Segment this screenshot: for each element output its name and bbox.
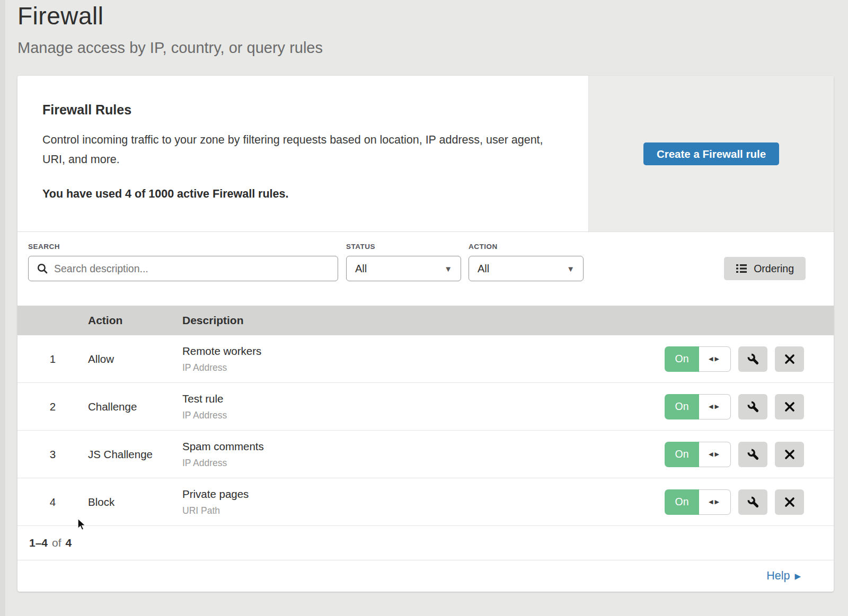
wrench-icon: [746, 448, 760, 461]
rule-description-cell: Spam comments IP Address: [182, 440, 665, 469]
rule-enabled-toggle[interactable]: On ◀▶: [665, 394, 731, 419]
rule-description-cell: Remote workers IP Address: [182, 345, 665, 373]
description-column-header: Description: [182, 314, 244, 327]
help-arrow-icon: ▶: [794, 572, 801, 581]
help-link-label: Help: [766, 569, 790, 583]
rule-action: JS Challenge: [88, 448, 182, 461]
table-row: 3 JS Challenge Spam comments IP Address …: [17, 431, 834, 478]
ordering-button[interactable]: Ordering: [724, 257, 806, 280]
rule-description-cell: Test rule IP Address: [182, 392, 665, 421]
search-input[interactable]: [28, 256, 338, 281]
rule-controls: On ◀▶: [665, 346, 804, 372]
search-label: SEARCH: [28, 243, 338, 251]
close-icon: [784, 449, 796, 460]
card-footer: Help ▶: [17, 560, 834, 592]
ordering-list-icon: [736, 263, 747, 274]
pagination-range: 1–4: [29, 537, 48, 549]
rule-action: Block: [88, 496, 182, 508]
left-right-arrows-icon[interactable]: ◀▶: [699, 489, 731, 515]
table-row: 1 Allow Remote workers IP Address On ◀▶: [17, 335, 834, 383]
action-label: ACTION: [469, 243, 584, 251]
rule-action: Challenge: [88, 400, 182, 413]
chevron-down-icon: ▼: [567, 264, 575, 273]
close-icon: [784, 496, 796, 508]
rule-controls: On ◀▶: [665, 394, 804, 419]
toggle-on-label: On: [665, 489, 699, 515]
ordering-button-label: Ordering: [754, 263, 794, 275]
delete-rule-button[interactable]: [775, 489, 804, 515]
search-field-wrap: [28, 256, 338, 281]
create-firewall-rule-button[interactable]: Create a Firewall rule: [643, 142, 779, 165]
left-right-arrows-icon[interactable]: ◀▶: [699, 394, 731, 419]
rule-match-type: IP Address: [182, 410, 665, 421]
action-filter-group: ACTION All ▼: [469, 243, 584, 306]
delete-rule-button[interactable]: [775, 394, 804, 419]
rule-match-type: IP Address: [182, 458, 665, 469]
rules-usage-text: You have used 4 of 1000 active Firewall …: [42, 188, 567, 201]
rule-action: Allow: [88, 353, 182, 365]
rule-match-type: IP Address: [182, 362, 665, 373]
rule-priority: 3: [17, 448, 88, 461]
create-rule-panel: Create a Firewall rule: [588, 76, 834, 231]
rule-priority: 4: [17, 496, 88, 508]
toggle-on-label: On: [665, 346, 699, 372]
pagination-total: 4: [66, 537, 72, 549]
search-filter-group: SEARCH: [28, 243, 338, 306]
pagination-of-label: of: [52, 537, 61, 549]
left-right-arrows-icon[interactable]: ◀▶: [699, 442, 731, 467]
page-title: Firewall: [17, 1, 848, 32]
rule-description: Private pages: [182, 488, 665, 501]
rule-description: Spam comments: [182, 440, 665, 453]
status-label: STATUS: [346, 243, 461, 251]
edit-rule-button[interactable]: [738, 346, 767, 372]
close-icon: [784, 353, 796, 365]
wrench-icon: [746, 400, 760, 414]
rule-controls: On ◀▶: [665, 442, 804, 467]
status-select-value: All: [355, 263, 367, 275]
table-header-row: Action Description: [17, 306, 834, 335]
card-header: Firewall Rules Control incoming traffic …: [17, 76, 834, 232]
action-select[interactable]: All ▼: [469, 256, 584, 281]
firewall-rules-card: Firewall Rules Control incoming traffic …: [17, 76, 834, 592]
left-right-arrows-icon[interactable]: ◀▶: [699, 346, 731, 372]
rule-controls: On ◀▶: [665, 489, 804, 515]
search-icon: [36, 262, 49, 275]
page-subtitle: Manage access by IP, country, or query r…: [17, 39, 848, 57]
status-select[interactable]: All ▼: [346, 256, 461, 281]
card-header-text: Firewall Rules Control incoming traffic …: [17, 76, 588, 231]
chevron-down-icon: ▼: [444, 264, 452, 273]
rule-description: Test rule: [182, 392, 665, 405]
filters-bar: SEARCH STATUS All ▼ ACTION All ▼: [17, 232, 834, 306]
rule-description-cell: Private pages URI Path: [182, 488, 665, 516]
delete-rule-button[interactable]: [775, 346, 804, 372]
wrench-icon: [746, 352, 760, 366]
table-row: 2 Challenge Test rule IP Address On ◀▶: [17, 383, 834, 431]
edit-rule-button[interactable]: [738, 394, 767, 419]
action-column-header: Action: [88, 314, 182, 327]
status-filter-group: STATUS All ▼: [346, 243, 461, 306]
delete-rule-button[interactable]: [775, 442, 804, 467]
close-icon: [784, 401, 796, 413]
rule-enabled-toggle[interactable]: On ◀▶: [665, 346, 731, 372]
rule-priority: 1: [17, 353, 88, 365]
wrench-icon: [746, 495, 760, 509]
rule-priority: 2: [17, 400, 88, 413]
toggle-on-label: On: [665, 394, 699, 419]
card-description: Control incoming traffic to your zone by…: [42, 130, 546, 169]
pagination: 1–4 of 4: [17, 526, 834, 560]
help-link[interactable]: Help ▶: [766, 569, 801, 583]
card-title: Firewall Rules: [42, 102, 567, 118]
rule-description: Remote workers: [182, 345, 665, 358]
table-row: 4 Block Private pages URI Path On ◀▶: [17, 478, 834, 526]
rule-enabled-toggle[interactable]: On ◀▶: [665, 489, 731, 515]
rule-enabled-toggle[interactable]: On ◀▶: [665, 442, 731, 467]
page-header: Firewall Manage access by IP, country, o…: [0, 0, 848, 57]
rule-match-type: URI Path: [182, 505, 665, 516]
action-select-value: All: [478, 263, 489, 275]
toggle-on-label: On: [665, 442, 699, 467]
edit-rule-button[interactable]: [738, 489, 767, 515]
edit-rule-button[interactable]: [738, 442, 767, 467]
